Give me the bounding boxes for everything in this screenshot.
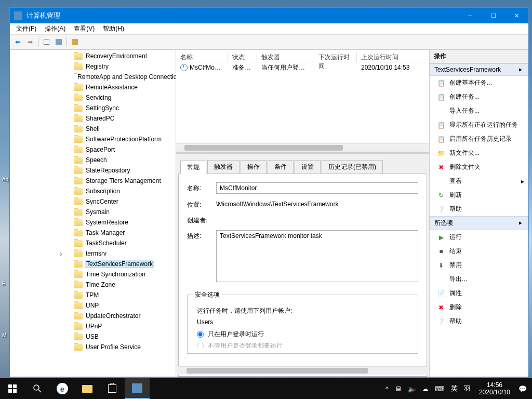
tree-item-synccenter[interactable]: SyncCenter	[10, 196, 176, 207]
action-sel-导出-[interactable]: 导出...	[430, 272, 528, 286]
tree-item-remoteapp-and-desktop-connections[interactable]: RemoteApp and Desktop Connections	[10, 72, 176, 82]
action-查看[interactable]: 查看▸	[430, 174, 528, 188]
description-field[interactable]	[216, 230, 418, 282]
tray-clock[interactable]: 14:562020/10/10	[474, 381, 515, 396]
tray-ime-2[interactable]: 羽	[461, 384, 474, 393]
tree-item-remoteassistance[interactable]: RemoteAssistance	[10, 82, 176, 92]
action-sel-删除[interactable]: ✖删除	[430, 300, 528, 314]
taskbar-explorer[interactable]	[75, 378, 100, 399]
tree-item-staterepository[interactable]: StateRepository	[10, 165, 176, 176]
show-hide-button[interactable]	[53, 36, 64, 48]
minimize-button[interactable]: ─	[458, 8, 482, 23]
tray-keyboard-icon[interactable]: ⌨	[432, 385, 448, 393]
tree-item-recoveryenvironment[interactable]: RecoveryEnvironment	[10, 51, 176, 61]
tray-network-icon[interactable]: 🖥	[392, 385, 405, 393]
tray-ime-1[interactable]: 英	[448, 384, 461, 393]
taskbar-mmc[interactable]	[125, 378, 150, 399]
tree-item-servicing[interactable]: Servicing	[10, 92, 176, 103]
task-row[interactable]: MsCtfMoni... 准备就绪 当任何用户登录时 2020/10/10 14…	[176, 62, 429, 73]
tree-item-usb[interactable]: USB	[10, 331, 176, 342]
col-last[interactable]: 上次运行时间	[357, 52, 429, 62]
tree-item-upnp[interactable]: UPnP	[10, 321, 176, 331]
up-button[interactable]	[41, 36, 52, 48]
tray-chevron-icon[interactable]: ^	[382, 385, 392, 393]
tree-item-taskscheduler[interactable]: TaskScheduler	[10, 238, 176, 248]
tree-item-shell[interactable]: Shell	[10, 124, 176, 134]
tab-settings[interactable]: 设置	[295, 160, 321, 174]
tree-item-storage-tiers-management[interactable]: Storage Tiers Management	[10, 176, 176, 186]
properties-button[interactable]	[69, 36, 81, 48]
tree-item-updateorchestrator[interactable]: UpdateOrchestrator	[10, 311, 176, 321]
action-删除文件夹[interactable]: ✖删除文件夹	[430, 160, 528, 174]
detail-scrollbar-horizontal[interactable]	[178, 366, 427, 375]
tree-item-registry[interactable]: Registry	[10, 61, 176, 72]
col-next[interactable]: 下次运行时间	[314, 52, 357, 62]
tab-triggers[interactable]: 触发器	[207, 160, 240, 174]
tab-conditions[interactable]: 条件	[268, 160, 294, 174]
col-name[interactable]: 名称	[176, 52, 228, 62]
back-button[interactable]: ⬅	[12, 36, 23, 48]
tree-item-task-manager[interactable]: Task Manager	[10, 228, 176, 238]
menu-file[interactable]: 文件(F)	[12, 23, 41, 34]
col-status[interactable]: 状态	[228, 52, 257, 62]
tree-item-unp[interactable]: UNP	[10, 300, 176, 311]
tray-volume-icon[interactable]: 🔈✕	[405, 385, 419, 393]
forward-button[interactable]: ➡	[24, 36, 36, 48]
action-icon: ❔	[437, 317, 445, 326]
desktop-icon-edge[interactable]: E	[2, 281, 6, 286]
folder-icon	[74, 147, 83, 153]
action-新文件夹-[interactable]: 📁新文件夹...	[430, 146, 528, 160]
tree-item-time-zone[interactable]: Time Zone	[10, 280, 176, 290]
action-section-folder[interactable]: TextServicesFramework▲	[430, 63, 528, 76]
menu-action[interactable]: 操作(A)	[41, 23, 70, 34]
tree-item-softwareprotectionplatform[interactable]: SoftwareProtectionPlatform	[10, 134, 176, 144]
name-field[interactable]	[216, 182, 418, 194]
tree-item-textservicesframework[interactable]: TextServicesFramework	[10, 259, 176, 269]
search-button[interactable]	[25, 378, 50, 399]
col-triggers[interactable]: 触发器	[257, 52, 314, 62]
tab-history[interactable]: 历史记录(已禁用)	[322, 160, 383, 174]
action-sel-禁用[interactable]: ⬇禁用	[430, 258, 528, 272]
tray-onedrive-icon[interactable]: ☁	[419, 385, 432, 393]
tree-panel[interactable]: RecoveryEnvironmentRegistryRemoteApp and…	[10, 50, 176, 377]
svg-rect-1	[13, 384, 17, 388]
action-创建任务-[interactable]: 📋创建任务...	[430, 90, 528, 104]
action-导入任务-[interactable]: 导入任务...	[430, 104, 528, 118]
taskbar-store[interactable]	[100, 378, 125, 399]
desktop-icon-adobe[interactable]: Ad	[2, 177, 8, 182]
tree-item-user-profile-service[interactable]: User Profile Service	[10, 342, 176, 352]
tree-item-sysmain[interactable]: Sysmain	[10, 207, 176, 217]
action-section-selected[interactable]: 所选项▲	[430, 216, 528, 230]
action-sel-属性[interactable]: 📄属性	[430, 286, 528, 300]
start-button[interactable]	[0, 378, 25, 399]
task-scrollbar-horizontal[interactable]	[176, 143, 429, 152]
action-显示所有正在运行的任务[interactable]: 📋显示所有正在运行的任务	[430, 118, 528, 132]
tray-notifications-icon[interactable]: 💬	[515, 385, 530, 393]
tree-item-sharedpc[interactable]: SharedPC	[10, 113, 176, 124]
action-帮助[interactable]: ❔帮助	[430, 202, 528, 216]
desktop-icon-m[interactable]: M	[2, 332, 6, 338]
tree-item-spaceport[interactable]: SpacePort	[10, 144, 176, 155]
tree-item-systemrestore[interactable]: SystemRestore	[10, 217, 176, 228]
tree-item-time-synchronization[interactable]: Time Synchronization	[10, 269, 176, 280]
close-button[interactable]: ✕	[505, 8, 528, 23]
taskbar-edge[interactable]: e	[50, 378, 75, 399]
maximize-button[interactable]: ☐	[482, 8, 505, 23]
tree-item-termsrv[interactable]: termsrv	[10, 248, 176, 259]
radio-logged-on[interactable]	[197, 331, 204, 338]
action-sel-运行[interactable]: ▶运行	[430, 230, 528, 244]
action-创建基本任务-[interactable]: 📋创建基本任务...	[430, 76, 528, 90]
menu-help[interactable]: 帮助(H)	[99, 23, 128, 34]
action-刷新[interactable]: ↻ 刷新	[430, 188, 528, 202]
tab-general[interactable]: 常规	[180, 161, 206, 174]
tree-item-tpm[interactable]: TPM	[10, 290, 176, 300]
tab-actions[interactable]: 操作	[241, 160, 267, 174]
action-sel-结束[interactable]: ■结束	[430, 244, 528, 258]
action-启用所有任务历史记录[interactable]: 📋启用所有任务历史记录	[430, 132, 528, 146]
tree-item-settingsync[interactable]: SettingSync	[10, 103, 176, 113]
menu-view[interactable]: 查看(V)	[70, 23, 99, 34]
radio-not-logged-on[interactable]	[197, 343, 204, 348]
tree-item-subscription[interactable]: Subscription	[10, 186, 176, 196]
action-sel-帮助[interactable]: ❔帮助	[430, 314, 528, 328]
tree-item-speech[interactable]: Speech	[10, 155, 176, 165]
